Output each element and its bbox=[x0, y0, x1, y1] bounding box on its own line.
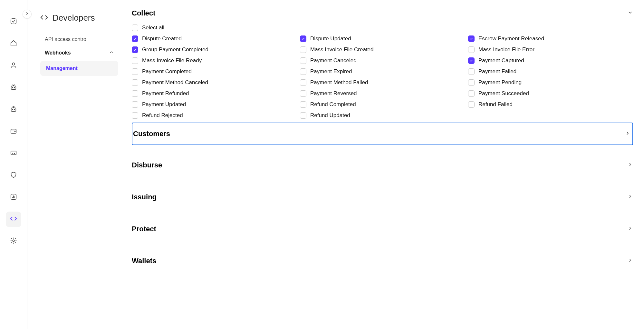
event-label: Payment Reversed bbox=[310, 90, 357, 97]
event-checkbox[interactable]: Payment Updated bbox=[132, 101, 297, 108]
chevron-right-icon bbox=[627, 162, 633, 169]
event-label: Refund Updated bbox=[310, 112, 350, 119]
svg-rect-5 bbox=[11, 108, 16, 111]
chart-icon bbox=[10, 193, 17, 202]
sidebar-item-label: Webhooks bbox=[45, 50, 71, 56]
rail-expand-button[interactable] bbox=[23, 10, 32, 19]
rail-robot-download[interactable] bbox=[6, 80, 21, 95]
sidebar-item-webhooks[interactable]: Webhooks bbox=[40, 46, 118, 60]
select-all-checkbox[interactable]: Select all bbox=[132, 25, 633, 31]
rail-gear[interactable] bbox=[6, 234, 21, 249]
svg-rect-10 bbox=[11, 151, 16, 155]
shield-icon bbox=[10, 171, 17, 180]
event-checkbox[interactable]: Refund Rejected bbox=[132, 112, 297, 119]
divider bbox=[132, 181, 633, 181]
event-checkbox[interactable]: Payment Pending bbox=[468, 79, 633, 86]
checkbox-icon bbox=[300, 35, 306, 42]
event-label: Mass Invoice File Ready bbox=[142, 57, 202, 64]
event-checkbox[interactable]: Payment Reversed bbox=[300, 90, 465, 97]
event-checkbox[interactable]: Dispute Updated bbox=[300, 35, 465, 42]
checkbox-icon bbox=[300, 90, 306, 97]
section-header[interactable]: Wallets bbox=[132, 249, 633, 273]
event-label: Escrow Payment Released bbox=[478, 35, 544, 42]
robot-upload-icon bbox=[10, 105, 17, 114]
event-checkbox[interactable]: Mass Invoice File Error bbox=[468, 46, 633, 53]
event-checkbox[interactable]: Payment Method Canceled bbox=[132, 79, 297, 86]
section-title: Disburse bbox=[132, 161, 162, 169]
svg-rect-2 bbox=[11, 86, 16, 89]
robot-download-icon bbox=[10, 84, 17, 92]
sidebar-item-label: API access control bbox=[45, 36, 88, 42]
event-checkbox[interactable]: Refund Updated bbox=[300, 112, 465, 119]
rail-wallet[interactable] bbox=[6, 124, 21, 139]
event-checkbox[interactable]: Payment Canceled bbox=[300, 57, 465, 64]
sidebar-submenu: Management bbox=[40, 61, 118, 76]
chevron-right-icon bbox=[625, 130, 630, 137]
checkbox-icon bbox=[132, 35, 138, 42]
chevron-right-icon bbox=[627, 257, 633, 264]
event-checkbox[interactable]: Group Payment Completed bbox=[132, 46, 297, 53]
event-label: Payment Completed bbox=[142, 68, 192, 75]
checkbox-icon bbox=[132, 112, 138, 119]
sidebar: Developers API access control Webhooks M… bbox=[27, 0, 124, 329]
event-label: Payment Refunded bbox=[142, 90, 189, 97]
section-title: Protect bbox=[132, 225, 156, 233]
check-circle-icon bbox=[10, 18, 17, 26]
section-title: Issuing bbox=[132, 193, 157, 201]
collect-section-header[interactable]: Collect bbox=[132, 5, 633, 21]
svg-point-12 bbox=[13, 240, 14, 242]
rail-robot-upload[interactable] bbox=[6, 102, 21, 117]
event-checkbox[interactable]: Refund Failed bbox=[468, 101, 633, 108]
event-label: Payment Method Canceled bbox=[142, 79, 208, 86]
rail-card[interactable] bbox=[6, 146, 21, 161]
section-title: Wallets bbox=[132, 257, 156, 265]
event-checkbox[interactable]: Dispute Created bbox=[132, 35, 297, 42]
card-icon bbox=[10, 149, 17, 158]
event-label: Mass Invoice File Error bbox=[478, 46, 534, 53]
checkbox-icon bbox=[132, 90, 138, 97]
checkbox-icon bbox=[468, 68, 475, 75]
checkbox-icon bbox=[300, 101, 306, 108]
section-header[interactable]: Disburse bbox=[132, 153, 633, 177]
sidebar-item-management[interactable]: Management bbox=[40, 61, 118, 76]
divider bbox=[132, 213, 633, 213]
section-title: Customers bbox=[133, 130, 170, 138]
checkbox-icon bbox=[468, 79, 475, 86]
rail-check-circle[interactable] bbox=[6, 14, 21, 30]
rail-home[interactable] bbox=[6, 36, 21, 52]
event-checkbox[interactable]: Mass Invoice File Created bbox=[300, 46, 465, 53]
checkbox-icon bbox=[468, 35, 475, 42]
rail-user[interactable] bbox=[6, 58, 21, 74]
checkbox-icon bbox=[300, 46, 306, 53]
sidebar-item-api-access-control[interactable]: API access control bbox=[40, 33, 118, 46]
section-header[interactable]: Protect bbox=[132, 217, 633, 241]
event-label: Refund Rejected bbox=[142, 112, 183, 119]
user-icon bbox=[10, 62, 17, 70]
event-checkbox[interactable]: Payment Refunded bbox=[132, 90, 297, 97]
chevron-right-icon bbox=[25, 11, 29, 17]
svg-point-4 bbox=[14, 87, 15, 88]
rail-code[interactable] bbox=[6, 212, 21, 227]
chevron-right-icon bbox=[627, 194, 633, 201]
event-checkbox[interactable]: Escrow Payment Released bbox=[468, 35, 633, 42]
checkbox-icon bbox=[468, 57, 475, 64]
event-checkbox[interactable]: Payment Completed bbox=[132, 68, 297, 75]
section-header[interactable]: Issuing bbox=[132, 185, 633, 209]
event-checkbox[interactable]: Payment Method Failed bbox=[300, 79, 465, 86]
event-checkbox[interactable]: Payment Expired bbox=[300, 68, 465, 75]
sidebar-title: Developers bbox=[53, 13, 95, 23]
event-checkbox[interactable]: Refund Completed bbox=[300, 101, 465, 108]
rail-shield[interactable] bbox=[6, 168, 21, 183]
event-checkbox[interactable]: Mass Invoice File Ready bbox=[132, 57, 297, 64]
event-checkbox[interactable]: Payment Captured bbox=[468, 57, 633, 64]
event-label: Payment Captured bbox=[478, 57, 524, 64]
divider bbox=[132, 149, 633, 149]
event-checkbox[interactable]: Payment Failed bbox=[468, 68, 633, 75]
rail-chart[interactable] bbox=[6, 190, 21, 205]
event-checkbox[interactable]: Payment Succeeded bbox=[468, 90, 633, 97]
checkbox-icon bbox=[300, 79, 306, 86]
checkbox-icon bbox=[300, 68, 306, 75]
checkbox-icon bbox=[468, 101, 475, 108]
svg-rect-0 bbox=[11, 19, 16, 24]
section-header[interactable]: Customers bbox=[132, 123, 633, 145]
